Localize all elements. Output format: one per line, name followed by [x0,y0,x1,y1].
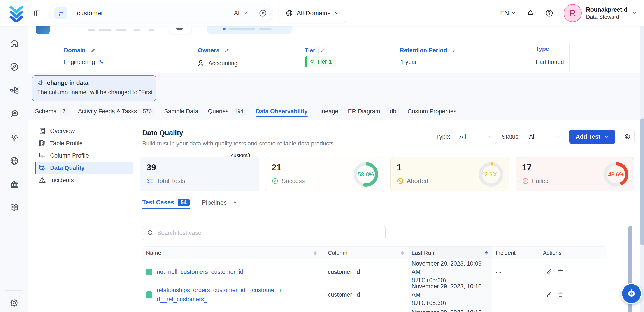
type-filter-select[interactable]: All [455,130,497,144]
test-status-indicator [146,291,152,298]
sort-icon[interactable] [401,251,404,255]
success-gauge: 53.8% [354,162,378,187]
metadata-separator [467,43,467,71]
app-logo-icon[interactable] [8,5,26,22]
menu-item-table-profile[interactable]: Table Profile [35,137,134,149]
test-settings-button[interactable] [620,130,634,144]
status-filter-select[interactable]: All [525,130,564,144]
sidebar-toggle-icon[interactable] [33,9,42,18]
tier-label: Tier [304,46,327,55]
header-incident: Incident [492,247,534,259]
tab-activity-feeds[interactable]: Activity Feeds & Tasks570 [78,108,154,116]
test-case-link[interactable]: not_null_customers_customer_id [157,267,243,276]
menu-item-incidents[interactable]: Incidents [35,174,134,186]
page-scrollbar-thumb[interactable] [640,118,644,245]
clipped-version-pill [168,26,191,34]
custom3-tooltip: custom3 [231,152,250,159]
edit-tier-button[interactable] [318,46,327,55]
test-case-search-input[interactable] [157,230,381,236]
all-domains-dropdown[interactable]: All Domains [278,3,346,23]
subtab-pipelines[interactable]: Pipelines 5 [202,199,240,209]
total-tests-card[interactable]: 39 Total Tests [140,157,259,191]
tier-value[interactable]: Tier 1 [305,56,336,67]
user-avatar[interactable]: R [564,4,582,22]
metadata-separator [145,43,145,71]
announcement-title: change in data [47,80,88,86]
pipelines-count-badge: 5 [230,199,240,206]
app-screen: All All Domains EN [0,0,644,312]
user-info[interactable]: Rounakpreet.d Data Steward [586,6,627,20]
delete-test-icon[interactable] [557,291,564,298]
edit-test-icon[interactable] [546,291,552,298]
tab-dbt[interactable]: dbt [390,108,398,116]
notifications-bell-icon[interactable] [526,9,535,18]
ai-sparkle-icon[interactable] [54,7,67,20]
sidebar-governance-icon[interactable] [10,180,19,189]
edit-domain-button[interactable] [88,46,98,55]
tab-custom-properties[interactable]: Custom Properties [408,108,457,116]
tab-schema[interactable]: Schema7 [35,108,68,116]
clear-search-icon[interactable] [258,9,267,18]
chevron-down-icon [604,134,609,139]
add-test-button[interactable]: Add Test [569,130,616,144]
subtab-test-cases[interactable]: Test Cases 54 [142,199,190,209]
success-tests-card[interactable]: 21 Success 53.8% [265,157,384,191]
data-quality-controls: Type: All Status: All Add Test [436,130,634,144]
sidebar-insights-icon[interactable] [10,133,19,142]
retention-period-value: 1 year [400,59,417,66]
tab-sample-data[interactable]: Sample Data [164,108,198,116]
test-status-indicator [146,269,152,275]
tab-data-observability[interactable]: Data Observability [256,108,308,116]
chat-assistant-button[interactable] [621,283,642,304]
search-scope-dropdown[interactable]: All [234,10,248,17]
checklist-icon [146,178,154,185]
menu-item-column-profile[interactable]: Column Profile [35,149,134,162]
incident-cell: - - [492,282,534,307]
sort-icon-active[interactable] [485,251,488,255]
chevron-down-icon [488,134,492,139]
sidebar-observability-icon[interactable] [10,109,19,119]
failed-label: Failed [532,178,548,185]
sidebar-lineage-icon[interactable] [10,85,19,95]
tab-er-diagram[interactable]: ER Diagram [348,108,380,116]
tab-lineage[interactable]: Lineage [317,108,338,116]
owners-value[interactable]: Accounting [196,59,238,68]
header-column[interactable]: Column [321,247,408,259]
failed-tests-card[interactable]: 17 Failed 43.6% [516,157,634,191]
sort-icon[interactable] [314,251,317,255]
table-header-row: Name Column Last Run Incident Actions [142,247,607,259]
edit-owners-button[interactable] [222,46,231,55]
sidebar-home-icon[interactable] [10,38,19,48]
aborted-tests-card[interactable]: 1 Aborted 2.6% [390,157,509,191]
menu-item-data-quality[interactable]: Data Quality [35,162,134,174]
edit-test-icon[interactable] [546,269,552,275]
entity-metadata-row: Domain Engineering Owners Accounting Tie… [28,42,644,73]
language-selector[interactable]: EN [500,10,516,17]
search-icon [147,229,154,236]
metadata-separator [338,43,338,71]
menu-item-overview[interactable]: Overview [35,125,134,137]
tab-queries[interactable]: Queries194 [208,108,246,116]
domain-label: Domain [64,46,98,55]
owners-label: Owners [198,46,231,55]
announcement-banner[interactable]: change in data The column "name" will be… [32,75,156,101]
observability-panel: Overview Table Profile Column Profile Da… [28,120,644,312]
global-search-input[interactable] [77,10,234,17]
header-name[interactable]: Name [142,247,321,259]
sidebar-domains-icon[interactable] [10,156,19,166]
gear-icon [624,133,631,140]
sidebar-settings-icon[interactable] [10,298,19,307]
sidebar-glossary-icon[interactable] [10,203,19,213]
help-icon[interactable] [545,9,554,18]
pencil-icon [225,48,229,53]
delete-test-icon[interactable] [557,269,564,275]
announcement-body: The column "name" will be changed to "Fi… [37,89,151,96]
type-value: Partitioned [536,59,564,66]
domain-value[interactable]: Engineering [64,59,104,66]
header-last-run[interactable]: Last Run [408,247,492,259]
sidebar-explore-icon[interactable] [10,62,19,72]
clipped-breadcrumb-fragment [148,29,154,31]
edit-retention-button[interactable] [450,46,459,55]
test-case-link[interactable]: relationships_orders_customer_id__custom… [157,285,284,304]
chevron-down-icon[interactable] [632,10,638,16]
